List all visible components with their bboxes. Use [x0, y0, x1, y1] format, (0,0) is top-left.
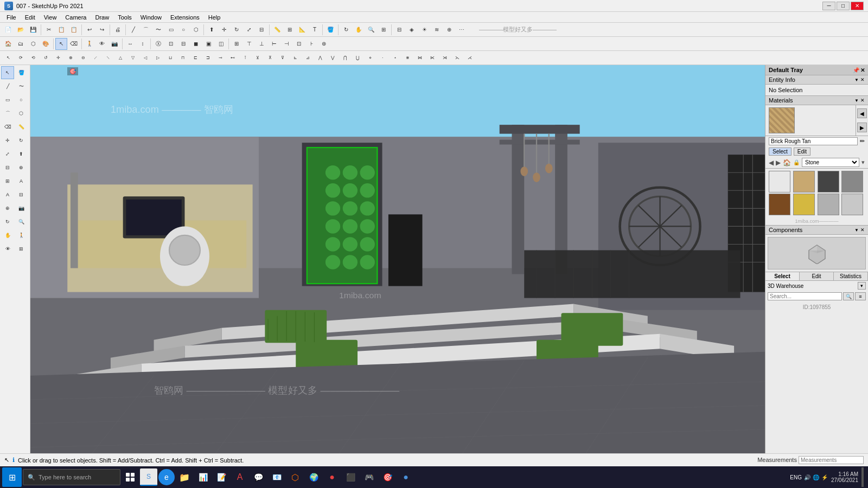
components-close-icon[interactable]: ✕ — [860, 227, 865, 233]
left-section-tool[interactable]: ⊟ — [15, 188, 28, 201]
menu-camera[interactable]: Camera — [61, 12, 91, 23]
swatch-5[interactable] — [793, 194, 815, 215]
tb3-31[interactable]: ⋅ — [376, 52, 388, 64]
tb2-mono[interactable]: ◫ — [215, 38, 227, 50]
tb3-7[interactable]: ⊖ — [77, 52, 89, 64]
measurements-input[interactable] — [799, 456, 864, 464]
tb2-flip-lr[interactable]: ↔ — [124, 38, 136, 50]
comp-tab-edit[interactable]: Edit — [800, 272, 834, 280]
tb-axes[interactable]: ⊕ — [443, 24, 455, 36]
material-next-button[interactable]: ▶ — [857, 123, 867, 132]
tb-fog[interactable]: ≋ — [431, 24, 443, 36]
tb3-5[interactable]: ✛ — [52, 52, 64, 64]
comp-filter-button[interactable]: ▾ — [858, 282, 866, 290]
taskbar-icon-8[interactable]: 💬 — [250, 468, 267, 486]
show-desktop-button[interactable] — [861, 467, 864, 487]
tb-arc[interactable]: ⌒ — [140, 24, 152, 36]
swatch-3[interactable] — [841, 171, 863, 192]
left-orbit-tool[interactable]: ↻ — [1, 215, 14, 228]
tb-paste[interactable]: 📋 — [68, 24, 80, 36]
tb-undo[interactable]: ↩ — [84, 24, 95, 36]
swatch-1[interactable] — [793, 171, 815, 192]
tb3-34[interactable]: ⋈ — [414, 52, 426, 64]
left-dim-tool[interactable]: ⊞ — [1, 175, 14, 188]
tb3-6[interactable]: ⊕ — [65, 52, 76, 64]
tb2-front[interactable]: ⊥ — [256, 38, 267, 50]
tb-offset[interactable]: ⊟ — [256, 24, 267, 36]
tb2-textured[interactable]: ▣ — [202, 38, 214, 50]
material-forward-arrow[interactable]: ▶ — [776, 159, 781, 166]
tb3-4[interactable]: ↺ — [40, 52, 52, 64]
swatch-7[interactable] — [841, 194, 863, 215]
left-tape-tool[interactable]: 📏 — [15, 120, 28, 133]
tb3-28[interactable]: ⋂ — [339, 52, 351, 64]
taskbar-icon-16[interactable]: ● — [397, 468, 414, 486]
minimize-button[interactable]: ─ — [822, 2, 835, 10]
swatch-6[interactable] — [818, 194, 839, 215]
left-follow-tool[interactable]: ⊕ — [15, 161, 28, 174]
tb-new[interactable]: 📄 — [2, 24, 14, 36]
tb3-24[interactable]: ⊾ — [289, 52, 301, 64]
tb3-35[interactable]: ⋉ — [426, 52, 438, 64]
tb2-right[interactable]: ⊢ — [268, 38, 280, 50]
tb2-flip-ud[interactable]: ↕ — [137, 38, 149, 50]
tb-print[interactable]: 🖨 — [112, 24, 124, 36]
tb2-look[interactable]: 👁 — [96, 38, 108, 50]
tb2-select[interactable]: ↖ — [55, 38, 67, 50]
tb2-shaded[interactable]: ◼ — [190, 38, 202, 50]
tb-push-pull[interactable]: ⬆ — [206, 24, 218, 36]
left-line-tool[interactable]: ╱ — [1, 80, 14, 93]
menu-extensions[interactable]: Extensions — [166, 12, 204, 23]
taskbar-icon-7[interactable]: A — [231, 468, 248, 486]
material-prev-button[interactable]: ◀ — [857, 108, 867, 118]
tb2-home[interactable]: 🏠 — [2, 38, 14, 50]
tb3-25[interactable]: ⊿ — [302, 52, 314, 64]
tb3-37[interactable]: ⋋ — [451, 52, 463, 64]
material-thumbnail[interactable] — [769, 107, 795, 133]
tb3-38[interactable]: ⋌ — [464, 52, 476, 64]
tb3-9[interactable]: ⟍ — [102, 52, 114, 64]
tb-cut[interactable]: ✂ — [43, 24, 55, 36]
tb-zoom-ext[interactable]: ⊞ — [378, 24, 390, 36]
tb2-top[interactable]: ⊤ — [243, 38, 255, 50]
tb-shadows[interactable]: ☀ — [418, 24, 430, 36]
taskbar-icon-13[interactable]: ⬛ — [342, 468, 359, 486]
tb3-21[interactable]: ⊻ — [252, 52, 264, 64]
tb2-xray[interactable]: Ⓧ — [152, 38, 164, 50]
materials-header[interactable]: Materials ▼ ✕ — [765, 96, 868, 105]
left-zoom-tool[interactable]: 🔍 — [15, 215, 28, 228]
menu-view[interactable]: View — [40, 12, 61, 23]
close-button[interactable]: ✕ — [851, 2, 864, 10]
tray-close-button[interactable]: ✕ — [860, 67, 865, 73]
material-edit-tab[interactable]: Edit — [794, 147, 810, 156]
left-text-tool[interactable]: A — [15, 175, 28, 188]
tb-paint[interactable]: 🪣 — [324, 24, 336, 36]
taskbar-taskview[interactable] — [122, 468, 139, 486]
taskbar-icon-11[interactable]: 🌍 — [305, 468, 322, 486]
left-3dtext-tool[interactable]: A — [1, 188, 14, 201]
taskbar-sketchup[interactable]: S — [140, 468, 157, 486]
tb3-30[interactable]: ⋄ — [364, 52, 376, 64]
start-button[interactable]: ⊞ — [2, 467, 22, 487]
left-polygon-tool[interactable]: ⬡ — [15, 107, 28, 120]
left-scale-tool[interactable]: ⤢ — [1, 147, 14, 160]
entity-info-header[interactable]: Entity Info ▼ ✕ — [765, 75, 868, 85]
tb3-33[interactable]: ⋇ — [401, 52, 413, 64]
tb3-22[interactable]: ⊼ — [264, 52, 276, 64]
taskbar-icon-9[interactable]: 📧 — [268, 468, 285, 486]
tb3-16[interactable]: ⊏ — [189, 52, 201, 64]
tb3-12[interactable]: ◁ — [139, 52, 151, 64]
tb-zoom[interactable]: 🔍 — [365, 24, 377, 36]
tb3-8[interactable]: ⟋ — [90, 52, 101, 64]
tb-copy[interactable]: 📋 — [55, 24, 67, 36]
left-walk-tool[interactable]: 🚶 — [15, 229, 28, 242]
maximize-button[interactable]: □ — [837, 2, 850, 10]
material-edit-icon[interactable]: ✏ — [860, 138, 865, 145]
tb3-2[interactable]: ⟳ — [15, 52, 27, 64]
tb-text[interactable]: T — [309, 24, 321, 36]
comp-tab-statistics[interactable]: Statistics — [834, 272, 868, 280]
tb-dim[interactable]: ⊞ — [284, 24, 296, 36]
tb2-hidden[interactable]: ⊟ — [177, 38, 189, 50]
tb3-3[interactable]: ⟲ — [27, 52, 39, 64]
tb3-15[interactable]: ⊓ — [177, 52, 189, 64]
